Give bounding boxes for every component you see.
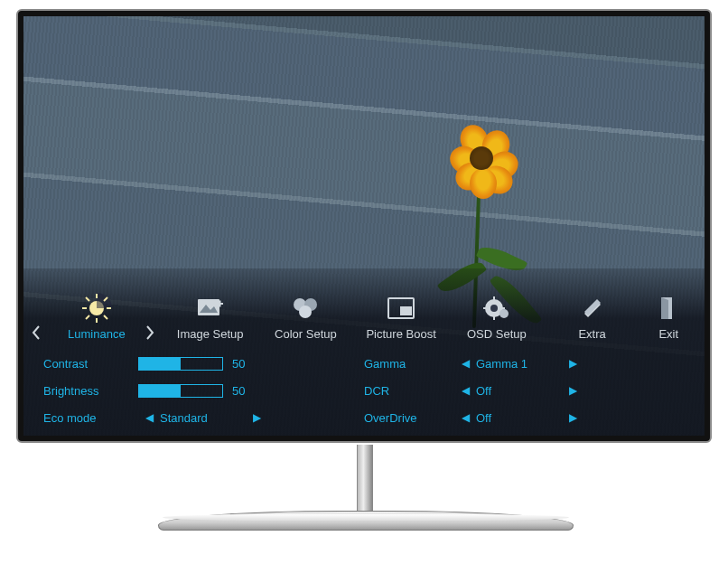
tabs-next-arrow[interactable] [145,324,163,341]
svg-point-12 [299,306,312,318]
tab-label: Luminance [49,327,145,341]
svg-line-6 [104,315,107,319]
settings-col-left: Contrast 50 Brightness 50 Eco mode ◀ Sta… [43,350,364,431]
palette-icon [258,293,354,324]
tools-icon [545,293,640,324]
tab-label: Image Setup [163,327,258,341]
setting-contrast[interactable]: Contrast 50 [43,350,364,377]
gamma-value: Gamma 1 [476,357,562,371]
tab-label: Picture Boost [353,327,449,341]
tab-label: Extra [545,327,640,341]
svg-rect-9 [198,299,219,315]
tab-picture-boost[interactable]: Picture Boost [353,291,449,341]
svg-rect-14 [400,306,412,315]
osd-tabs: Luminance Image Setup [31,274,697,341]
tab-extra[interactable]: Extra [545,291,640,341]
osd-settings: Contrast 50 Brightness 50 Eco mode ◀ Sta… [31,350,697,431]
overdrive-next-arrow[interactable]: ▶ [562,411,583,424]
dcr-next-arrow[interactable]: ▶ [562,384,583,397]
setting-dcr[interactable]: DCR ◀ Off ▶ [364,377,685,404]
svg-point-17 [499,309,509,318]
dcr-prev-arrow[interactable]: ◀ [454,384,476,397]
setting-label: DCR [364,384,454,398]
tabs-prev-arrow[interactable] [31,324,49,341]
setting-label: Contrast [43,357,138,371]
settings-col-right: Gamma ◀ Gamma 1 ▶ DCR ◀ Off ▶ OverDrive … [364,350,685,431]
overdrive-prev-arrow[interactable]: ◀ [454,411,476,424]
dcr-value: Off [476,384,562,398]
brightness-slider[interactable] [138,384,223,398]
gear-icon [449,293,545,324]
monitor-stand-base [158,511,574,531]
setting-label: Gamma [364,357,454,371]
image-icon [163,293,258,324]
eco-prev-arrow[interactable]: ◀ [138,411,160,424]
overdrive-value: Off [476,411,562,425]
svg-line-5 [86,297,89,301]
eco-next-arrow[interactable]: ▶ [246,411,267,424]
sun-icon [49,293,145,324]
setting-label: Brightness [43,384,138,398]
tab-luminance[interactable]: Luminance [49,291,145,341]
svg-line-8 [86,315,89,319]
contrast-value: 50 [232,357,259,371]
brightness-value: 50 [232,384,259,398]
setting-brightness[interactable]: Brightness 50 [43,377,364,404]
tab-image-setup[interactable]: Image Setup [163,291,258,341]
contrast-slider[interactable] [138,357,223,371]
setting-overdrive[interactable]: OverDrive ◀ Off ▶ [364,404,685,431]
tab-label: Exit [640,327,697,341]
monitor-stand-neck [357,445,373,519]
eco-value: Standard [160,411,246,425]
tab-label: Color Setup [258,327,354,341]
osd-menu: Luminance Image Setup [23,268,705,436]
setting-label: OverDrive [364,411,454,425]
setting-eco-mode[interactable]: Eco mode ◀ Standard ▶ [43,404,364,431]
gamma-prev-arrow[interactable]: ◀ [454,357,476,370]
screen: Luminance Image Setup [23,16,705,436]
exit-icon [640,293,697,324]
gamma-next-arrow[interactable]: ▶ [562,357,583,370]
tab-exit[interactable]: Exit [640,291,697,341]
monitor-frame: Luminance Image Setup [16,9,712,443]
tab-color-setup[interactable]: Color Setup [258,291,354,341]
pip-icon [353,293,449,324]
svg-point-16 [490,305,498,312]
tab-label: OSD Setup [449,327,545,341]
setting-gamma[interactable]: Gamma ◀ Gamma 1 ▶ [364,350,685,377]
tab-osd-setup[interactable]: OSD Setup [449,291,545,341]
setting-label: Eco mode [43,411,138,425]
